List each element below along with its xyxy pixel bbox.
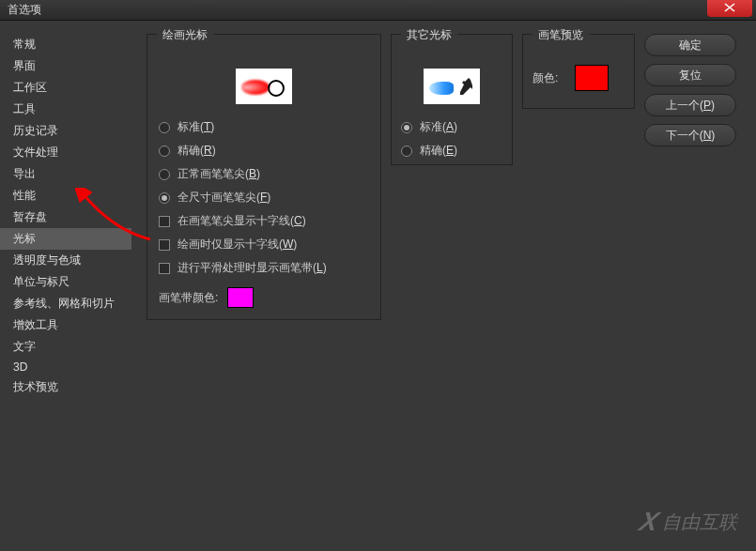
sidebar-item-10[interactable]: 透明度与色域 [0, 250, 131, 271]
watermark-logo-icon: X [637, 507, 662, 537]
brush-stroke-icon [241, 80, 270, 95]
radio-label: 正常画笔笔尖(B) [177, 166, 260, 182]
check-label: 进行平滑处理时显示画笔带(L) [177, 260, 327, 276]
sidebar: 常规界面工作区工具历史记录文件处理导出性能暂存盘光标透明度与色域单位与标尺参考线… [0, 21, 131, 551]
radio-icon [159, 122, 170, 133]
sidebar-item-5[interactable]: 文件处理 [0, 142, 131, 163]
checkbox-icon [159, 216, 170, 227]
brush-leash-color-label: 画笔带颜色: [159, 290, 218, 306]
radio-icon [159, 192, 170, 204]
sidebar-item-12[interactable]: 参考线、网格和切片 [0, 293, 131, 314]
cancel-button[interactable]: 复位 [644, 64, 736, 86]
ok-button[interactable]: 确定 [644, 34, 736, 56]
panel-title-other: 其它光标 [401, 27, 457, 43]
preview-color-label: 颜色: [532, 70, 558, 86]
main-container: 常规界面工作区工具历史记录文件处理导出性能暂存盘光标透明度与色域单位与标尺参考线… [0, 21, 756, 551]
other-radio-1[interactable]: 精确(E) [401, 139, 502, 162]
sidebar-item-1[interactable]: 界面 [0, 55, 131, 77]
painting-radio-0[interactable]: 标准(T) [159, 115, 369, 139]
sidebar-item-13[interactable]: 增效工具 [0, 314, 131, 336]
painting-cursor-preview [236, 69, 292, 104]
painting-radio-1[interactable]: 精确(R) [159, 139, 369, 162]
radio-icon [401, 122, 412, 133]
sidebar-item-14[interactable]: 文字 [0, 336, 131, 358]
window-title: 首选项 [8, 2, 41, 18]
close-button[interactable] [707, 0, 752, 17]
sidebar-item-15[interactable]: 3D [0, 358, 131, 376]
sidebar-item-4[interactable]: 历史记录 [0, 120, 131, 142]
painting-cursors-panel: 绘画光标 标准(T)精确(R)正常画笔笔尖(B)全尺寸画笔笔尖(F) 在画笔笔尖… [147, 34, 381, 320]
radio-label: 精确(R) [177, 143, 216, 159]
next-button[interactable]: 下一个(N) [644, 124, 736, 146]
painting-check-1[interactable]: 绘画时仅显示十字线(W) [159, 233, 369, 256]
check-label: 在画笔笔尖显示十字线(C) [177, 213, 306, 229]
sidebar-item-16[interactable]: 技术预览 [0, 376, 131, 398]
check-label: 绘画时仅显示十字线(W) [177, 237, 297, 253]
checkbox-icon [159, 263, 170, 274]
checkbox-icon [159, 239, 170, 251]
sidebar-item-11[interactable]: 单位与标尺 [0, 271, 131, 293]
sidebar-item-9[interactable]: 光标 [0, 228, 131, 250]
painting-check-2[interactable]: 进行平滑处理时显示画笔带(L) [159, 256, 369, 280]
radio-label: 标准(T) [177, 119, 214, 135]
other-cursors-panel: 其它光标 标准(A)精确(E) [391, 34, 513, 165]
painting-radio-2[interactable]: 正常画笔笔尖(B) [159, 162, 369, 186]
eyedropper-icon [459, 78, 472, 97]
sidebar-item-6[interactable]: 导出 [0, 163, 131, 185]
radio-label: 标准(A) [420, 119, 457, 135]
sidebar-item-0[interactable]: 常规 [0, 34, 131, 55]
panel-title-painting: 绘画光标 [157, 27, 213, 43]
other-radio-0[interactable]: 标准(A) [401, 115, 502, 139]
sidebar-item-2[interactable]: 工作区 [0, 77, 131, 99]
blue-stroke-icon [429, 82, 454, 95]
brush-leash-color-swatch[interactable] [227, 287, 254, 308]
content-area: 绘画光标 标准(T)精确(R)正常画笔笔尖(B)全尺寸画笔笔尖(F) 在画笔笔尖… [131, 21, 756, 551]
preview-color-swatch[interactable] [575, 65, 609, 91]
prev-button[interactable]: 上一个(P) [644, 94, 736, 116]
brush-preview-panel: 画笔预览 颜色: [522, 34, 635, 109]
brush-leash-color-row: 画笔带颜色: [159, 287, 369, 308]
radio-label: 全尺寸画笔笔尖(F) [177, 190, 270, 206]
watermark: X 自由互联 [640, 507, 737, 537]
radio-icon [159, 145, 170, 157]
other-cursor-preview [424, 69, 480, 104]
panel-title-preview: 画笔预览 [532, 27, 589, 43]
radio-label: 精确(E) [420, 143, 457, 159]
circle-cursor-icon [268, 80, 285, 97]
sidebar-item-3[interactable]: 工具 [0, 99, 131, 120]
painting-check-0[interactable]: 在画笔笔尖显示十字线(C) [159, 209, 369, 233]
radio-icon [159, 169, 170, 180]
dialog-buttons: 确定 复位 上一个(P) 下一个(N) [644, 34, 736, 146]
sidebar-item-7[interactable]: 性能 [0, 185, 131, 207]
painting-radio-3[interactable]: 全尺寸画笔笔尖(F) [159, 186, 369, 209]
watermark-text: 自由互联 [662, 510, 737, 535]
titlebar: 首选项 [0, 0, 756, 21]
sidebar-item-8[interactable]: 暂存盘 [0, 207, 131, 228]
radio-icon [401, 145, 412, 157]
